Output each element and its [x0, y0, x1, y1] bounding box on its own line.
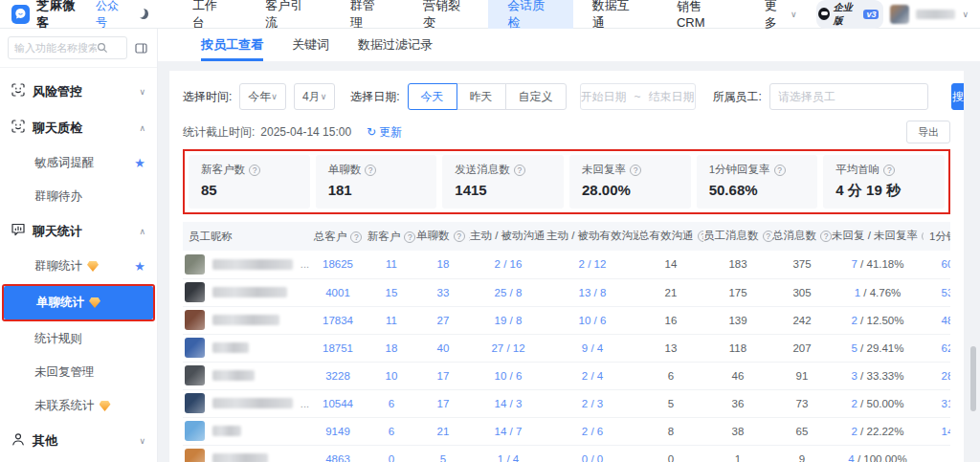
- value-link[interactable]: 0 / 0: [582, 453, 603, 462]
- top-nav-item[interactable]: 工作台: [173, 0, 246, 29]
- help-icon[interactable]: ?: [763, 231, 773, 242]
- value-link[interactable]: 10: [386, 370, 398, 382]
- column-header[interactable]: 员工消息数?: [703, 222, 772, 251]
- help-icon[interactable]: ?: [404, 231, 415, 243]
- favorite-star-icon[interactable]: ★: [134, 259, 145, 274]
- value-link[interactable]: 4001: [325, 287, 350, 298]
- value-link[interactable]: 14.29%: [941, 426, 950, 437]
- help-icon[interactable]: ?: [365, 165, 376, 176]
- value-link[interactable]: 2 / 4: [582, 370, 603, 382]
- sidebar-group-item[interactable]: 其他∨: [0, 423, 157, 459]
- value-link[interactable]: 17: [437, 370, 450, 382]
- value-link[interactable]: 2 / 16: [495, 258, 523, 270]
- value-link[interactable]: 18: [437, 258, 450, 270]
- top-nav-item[interactable]: 数据互通: [573, 0, 657, 29]
- value-link[interactable]: 10 / 6: [495, 370, 523, 382]
- sidebar-item[interactable]: 未回复管理: [0, 356, 157, 389]
- value-link[interactable]: 5: [440, 453, 446, 462]
- sidebar-item[interactable]: 统计规则: [0, 322, 157, 356]
- date-quick-button[interactable]: 昨天: [457, 83, 506, 110]
- value-link[interactable]: 10544: [323, 398, 353, 409]
- value-link[interactable]: 13 / 8: [579, 287, 607, 298]
- tab-item[interactable]: 数据过滤记录: [358, 29, 433, 61]
- value-link[interactable]: 18751: [323, 342, 353, 354]
- favorite-star-icon[interactable]: ★: [134, 156, 145, 170]
- sidebar-group-item[interactable]: 聊天统计∧: [0, 213, 157, 250]
- value-link[interactable]: 0: [389, 453, 394, 462]
- value-link[interactable]: 25 / 8: [495, 287, 523, 298]
- value-link[interactable]: 1 / 4: [498, 453, 519, 462]
- value-link[interactable]: 27: [437, 315, 450, 326]
- value-link[interactable]: 19 / 8: [495, 315, 523, 326]
- value-link[interactable]: 2 / 3: [582, 398, 603, 409]
- column-header[interactable]: 主动 / 被动沟通?: [470, 222, 546, 251]
- date-range-input[interactable]: 开始日期 ~ 结束日期: [580, 83, 696, 110]
- refresh-link[interactable]: ↻ 更新: [367, 124, 402, 141]
- export-button[interactable]: 导出: [906, 121, 950, 143]
- value-link[interactable]: 9149: [325, 426, 350, 437]
- value-link[interactable]: 4863: [325, 453, 350, 462]
- value-link[interactable]: 14 / 3: [495, 398, 523, 409]
- top-nav-item[interactable]: 会话质检: [488, 0, 572, 29]
- help-icon[interactable]: ?: [883, 165, 895, 176]
- column-header[interactable]: 单聊数?: [416, 222, 470, 251]
- sidebar-item[interactable]: 群聊统计★: [0, 250, 157, 283]
- value-link[interactable]: 11: [386, 258, 397, 270]
- value-link[interactable]: 31.25%: [941, 398, 950, 409]
- column-header[interactable]: 总有效沟通?: [638, 222, 703, 251]
- moon-icon[interactable]: [139, 9, 149, 19]
- value-link[interactable]: 62.50%: [941, 342, 950, 354]
- vertical-scrollbar-thumb[interactable]: [970, 346, 976, 411]
- staff-select-input[interactable]: [769, 83, 928, 110]
- search-button[interactable]: 搜 索: [951, 83, 964, 110]
- year-select[interactable]: 今年 ∨: [239, 83, 286, 110]
- value-link[interactable]: 18625: [323, 258, 353, 270]
- column-header[interactable]: 主动 / 被动有效沟通?: [546, 222, 638, 251]
- help-icon[interactable]: ?: [774, 165, 786, 176]
- sidebar-search-input[interactable]: [14, 42, 97, 54]
- column-header[interactable]: 总消息数?: [772, 222, 832, 251]
- date-quick-button[interactable]: 今天: [408, 83, 457, 110]
- top-nav-item[interactable]: 更多∨: [746, 0, 816, 29]
- help-icon[interactable]: ?: [514, 165, 525, 176]
- value-link[interactable]: 10 / 6: [579, 315, 607, 326]
- value-link[interactable]: 28.00%: [941, 370, 950, 382]
- sidebar-item[interactable]: 单聊统计: [4, 286, 153, 319]
- sidebar-item[interactable]: 敏感词提醒★: [0, 146, 157, 180]
- date-quick-button[interactable]: 自定义: [505, 83, 567, 110]
- value-link[interactable]: 2 / 6: [582, 426, 603, 437]
- value-link[interactable]: 14 / 7: [495, 426, 523, 437]
- user-avatar[interactable]: [890, 5, 908, 24]
- tab-item[interactable]: 关键词: [292, 29, 329, 61]
- value-link[interactable]: 33: [437, 287, 450, 298]
- help-icon[interactable]: ?: [922, 231, 924, 242]
- value-link[interactable]: 21: [437, 426, 450, 437]
- value-link[interactable]: 27 / 12: [491, 342, 524, 354]
- value-link[interactable]: 60.22%: [941, 258, 950, 270]
- top-nav-item[interactable]: 客户引流: [246, 0, 330, 29]
- sidebar-item[interactable]: 未联系统计: [0, 389, 157, 423]
- tab-active[interactable]: 按员工查看: [201, 29, 263, 61]
- top-nav-item[interactable]: 群管理: [331, 0, 404, 29]
- account-type-link[interactable]: 公众号: [96, 0, 129, 31]
- value-link[interactable]: 6: [389, 398, 394, 409]
- value-link[interactable]: 40: [437, 342, 450, 354]
- month-select[interactable]: 4月 ∨: [294, 83, 335, 110]
- value-link[interactable]: 11: [386, 315, 397, 326]
- value-link[interactable]: 53.85%: [941, 287, 950, 298]
- sidebar-group-item[interactable]: 风险管控∨: [0, 74, 157, 110]
- help-icon[interactable]: ?: [454, 231, 465, 242]
- value-link[interactable]: 17834: [323, 315, 353, 326]
- plan-badge[interactable]: 企业版 v3: [816, 0, 884, 29]
- top-nav-item[interactable]: 销售CRM: [657, 0, 746, 29]
- collapse-sidebar-icon[interactable]: [135, 42, 147, 55]
- help-icon[interactable]: ?: [820, 231, 832, 242]
- app-logo[interactable]: 芝麻微客: [11, 0, 86, 32]
- value-link[interactable]: 6: [389, 426, 394, 437]
- column-header[interactable]: 未回复 / 未回复率?: [832, 222, 924, 251]
- value-link[interactable]: 48.57%: [941, 315, 950, 326]
- sidebar-item[interactable]: 群聊待办: [0, 180, 157, 213]
- chevron-down-icon[interactable]: ∨: [962, 10, 969, 19]
- value-link[interactable]: 3228: [325, 370, 350, 382]
- value-link[interactable]: 2 / 12: [579, 258, 607, 270]
